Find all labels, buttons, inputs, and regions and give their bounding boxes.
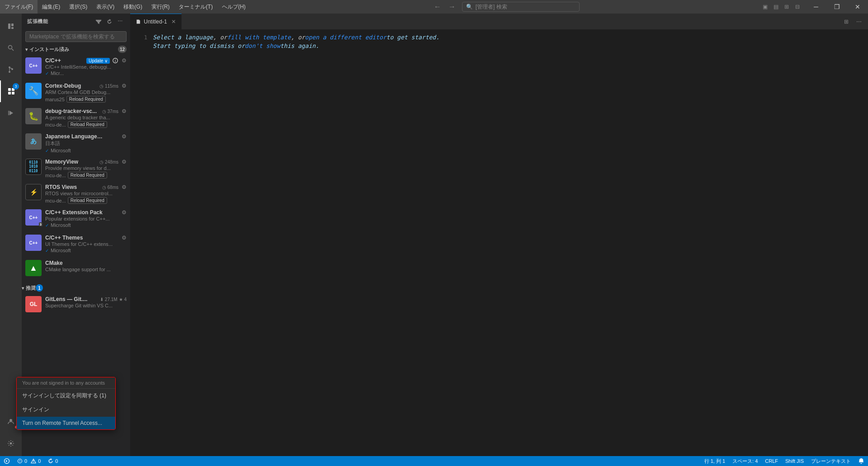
filter-button[interactable] — [94, 17, 103, 26]
search-input[interactable] — [25, 31, 127, 42]
menu-run[interactable]: 実行(R) — [147, 0, 175, 14]
activity-run[interactable] — [0, 102, 22, 124]
ext-gear-debug[interactable]: ⚙ — [122, 108, 127, 114]
menu-terminal[interactable]: ターミナル(T) — [174, 0, 217, 14]
menu-select[interactable]: 選択(S) — [65, 0, 92, 14]
extension-cmake[interactable]: ▲ CMake CMake langage support for ... — [22, 257, 130, 282]
ext-icon-cmake: ▲ — [25, 260, 42, 276]
extension-cpp-pack[interactable]: C++ 3 C/C++ Extension Pack ⚙ Popular ext… — [22, 207, 130, 232]
line2-token-3: this again. — [280, 42, 319, 50]
ext-gear-memory[interactable]: ⚙ — [122, 159, 127, 165]
line1-token-2: , or — [213, 33, 227, 42]
ext-gear-rtos[interactable]: ⚙ — [122, 184, 127, 190]
svg-rect-11 — [12, 92, 14, 94]
ext-desc-japanese: 日本語 — [45, 140, 127, 147]
recommend-chevron: ▾ — [22, 286, 24, 291]
ext-reload-debug[interactable]: Reload Required — [68, 121, 107, 128]
ext-gear-cpp[interactable]: ⚙ — [122, 57, 127, 64]
ext-gear-cortex[interactable]: ⚙ — [122, 83, 127, 89]
activity-extensions[interactable]: 3 3 — [0, 80, 22, 102]
ext-desc-memory: Provide memory views for d... — [45, 165, 127, 171]
menu-go[interactable]: 移動(G) — [119, 0, 146, 14]
ext-reload-cortex[interactable]: Reload Required — [66, 96, 106, 103]
menu-file[interactable]: ファイル(F) — [0, 0, 38, 14]
installed-chevron: ▾ — [25, 47, 28, 52]
maximize-button[interactable]: ❐ — [826, 0, 847, 14]
titlebar: ファイル(F) 編集(E) 選択(S) 表示(V) 移動(G) 実行(R) ター… — [0, 0, 868, 14]
nav-forward[interactable]: → — [446, 3, 458, 11]
ext-info-cortex: Cortex-Debug ◷ 115ms ⚙ ARM Cortex-M GDB … — [45, 83, 127, 103]
tab-untitled[interactable]: Untitled-1 ✕ — [130, 14, 182, 29]
ext-update-btn-cpp[interactable]: Update ∨ — [86, 58, 110, 64]
svg-rect-8 — [8, 88, 11, 91]
layout-icon-2[interactable]: ▤ — [771, 2, 780, 11]
ext-time-debug: ◷ 37ms — [102, 109, 118, 114]
sidebar-header-icons: ⋯ — [94, 17, 125, 26]
ext-gear-japanese[interactable]: ⚙ — [122, 133, 127, 140]
context-menu-item-signin[interactable]: サインイン — [17, 403, 115, 417]
status-bar-left: 0 0 0 — [0, 456, 61, 466]
status-encoding[interactable]: Shift JIS — [782, 456, 807, 466]
titlebar-controls: ▣ ▤ ⊞ ⊟ ─ ❐ ✕ — [760, 0, 868, 14]
extension-japanese[interactable]: あ Japanese Language Pack f... ⚙ 日本語 ✓ Mi… — [22, 131, 130, 156]
layout-icon-4[interactable]: ⊟ — [793, 2, 802, 11]
ext-gear-cpp-pack[interactable]: ⚙ — [122, 209, 127, 216]
menu-help[interactable]: ヘルプ(H) — [217, 0, 250, 14]
recommend-section-header[interactable]: ▾ 推奨 1 — [22, 282, 130, 293]
status-errors[interactable]: 0 0 — [14, 456, 44, 466]
activity-search[interactable] — [0, 37, 22, 59]
extension-cortex-debug[interactable]: 🔧 Cortex-Debug ◷ 115ms ⚙ ARM Cortex-M GD… — [22, 80, 130, 105]
ext-icon-gitlens: GL — [25, 296, 42, 312]
main-layout: 3 3 拡張機能 ⋯ — [0, 14, 868, 456]
installed-section-header[interactable]: ▾ インストール済み 12 — [22, 44, 130, 55]
extension-debug-tracker[interactable]: 🐛 debug-tracker-vsc... ◷ 37ms ⚙ A generi… — [22, 105, 130, 131]
status-indent[interactable]: スペース: 4 — [729, 456, 761, 466]
context-menu-item-sync[interactable]: サインインして設定を同期する (1) — [17, 389, 115, 403]
ext-desc-cmake: CMake langage support for ... — [45, 267, 127, 272]
ext-icon-cpp-pack: C++ 3 — [25, 209, 42, 226]
line2-token-2[interactable]: don't show — [245, 42, 280, 50]
status-remote[interactable] — [0, 456, 14, 466]
split-editor-button[interactable]: ⊞ — [841, 16, 852, 27]
status-position[interactable]: 行 1, 列 1 — [701, 456, 729, 466]
activity-source-control[interactable] — [0, 59, 22, 80]
line1-token-3[interactable]: fill with template — [227, 33, 291, 42]
nav-back[interactable]: ← — [431, 3, 444, 11]
tab-close[interactable]: ✕ — [171, 19, 176, 25]
status-eol[interactable]: CRLF — [761, 456, 782, 466]
extension-rtos[interactable]: ⚡ RTOS Views ◷ 68ms ⚙ RTOS views for mic… — [22, 181, 130, 207]
ext-desc-cpp-themes: UI Themes for C/C++ extens... — [45, 241, 127, 247]
refresh-button[interactable] — [105, 17, 114, 26]
activity-settings[interactable] — [0, 433, 22, 454]
extension-cpp-themes[interactable]: C++ C/C++ Themes ⚙ UI Themes for C/C++ e… — [22, 232, 130, 257]
more-actions-button[interactable]: ⋯ — [854, 16, 864, 27]
editor-text[interactable]: Select a language , or fill with templat… — [153, 29, 868, 456]
ext-name-japanese: Japanese Language Pack f... — [45, 133, 104, 140]
verified-icon-cpp-pack: ✓ — [45, 223, 49, 228]
titlebar-search-area: ← → 🔍 [管理者] 検索 — [250, 2, 760, 12]
status-language[interactable]: プレーンテキスト — [807, 456, 854, 466]
context-menu-item-tunnel[interactable]: Turn on Remote Tunnel Access... — [17, 417, 115, 429]
ext-name-cpp-pack: C/C++ Extension Pack — [45, 209, 103, 216]
menu-view[interactable]: 表示(V) — [92, 0, 119, 14]
layout-icon-3[interactable]: ⊞ — [782, 2, 791, 11]
ext-reload-rtos[interactable]: Reload Required — [68, 197, 107, 204]
line1-token-5[interactable]: open a different editor — [305, 33, 387, 42]
minimize-button[interactable]: ─ — [806, 0, 826, 14]
close-button[interactable]: ✕ — [847, 0, 868, 14]
menu-edit[interactable]: 編集(E) — [38, 0, 65, 14]
ext-reload-memory[interactable]: Reload Required — [68, 172, 107, 179]
layout-icon-1[interactable]: ▣ — [760, 2, 769, 11]
ext-gear-cpp-themes[interactable]: ⚙ — [122, 235, 127, 241]
more-options-button[interactable]: ⋯ — [116, 17, 125, 26]
search-box[interactable]: 🔍 [管理者] 検索 — [462, 2, 580, 12]
ext-name-cortex: Cortex-Debug — [45, 83, 81, 89]
extension-memoryview[interactable]: 011010100110 MemoryView ◷ 248ms ⚙ Provid… — [22, 156, 130, 181]
status-notifications[interactable] — [854, 456, 868, 466]
extension-cpp[interactable]: C++ C/C++ Update ∨ ⚙ C/C++ IntelliSense,… — [22, 55, 130, 80]
activity-explorer[interactable] — [0, 15, 22, 37]
status-sync[interactable]: 0 — [44, 456, 61, 466]
svg-point-14 — [10, 442, 12, 445]
extension-gitlens[interactable]: GL GitLens — Git.... ⬇ 27.1M ★ 4 Superch… — [22, 293, 130, 319]
file-icon — [136, 19, 141, 24]
